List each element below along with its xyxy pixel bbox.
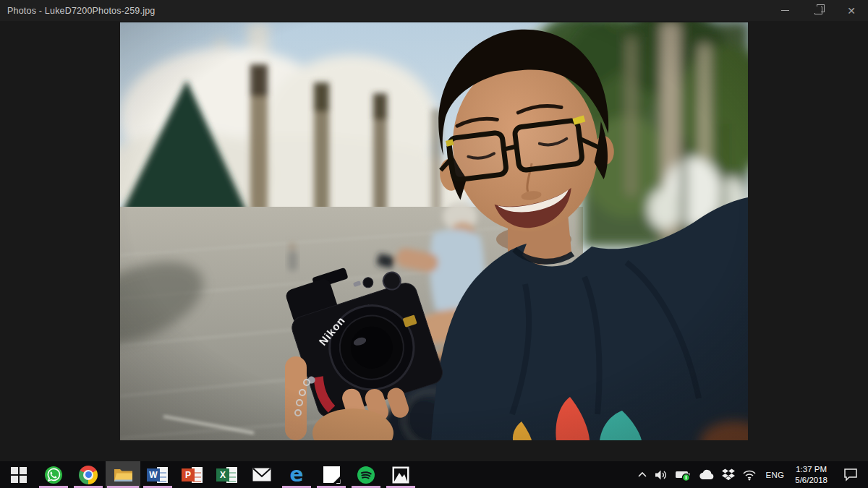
- start-button[interactable]: [1, 461, 36, 488]
- minimize-icon: [781, 10, 789, 11]
- sticky-notes-icon: [323, 466, 340, 483]
- tray-date: 5/6/2018: [795, 475, 827, 485]
- taskbar-button-mail[interactable]: [244, 461, 279, 488]
- taskbar-button-word[interactable]: W: [140, 461, 175, 488]
- taskbar-apps: W P X: [0, 461, 418, 488]
- excel-icon: X: [216, 466, 238, 484]
- taskbar-button-excel[interactable]: X: [210, 461, 244, 488]
- photos-icon: [392, 466, 409, 484]
- wifi-icon: [742, 469, 757, 481]
- close-icon: ✕: [847, 6, 856, 16]
- taskbar-button-sticky-notes[interactable]: [314, 461, 349, 488]
- taskbar-button-file-explorer[interactable]: [106, 461, 140, 488]
- title-bar[interactable]: Photos - LukeD7200Photos-259.jpg ✕: [0, 0, 868, 21]
- window-title: Photos - LukeD7200Photos-259.jpg: [0, 6, 155, 16]
- tray-chevron-button[interactable]: [634, 461, 651, 488]
- desktop-screen: Photos - LukeD7200Photos-259.jpg ✕: [0, 0, 868, 488]
- tray-battery-button[interactable]: [671, 461, 695, 488]
- photo-image: Nikon: [120, 22, 748, 440]
- battery-icon: [675, 468, 692, 482]
- taskbar-button-whatsapp[interactable]: [36, 461, 71, 488]
- dropbox-icon: [722, 468, 735, 481]
- powerpoint-icon: P: [182, 466, 203, 484]
- tray-network-button[interactable]: [739, 461, 760, 488]
- restore-button[interactable]: [801, 0, 835, 21]
- tray-clock-button[interactable]: 1:37 PM 5/6/2018: [789, 461, 833, 488]
- edge-icon: e: [290, 466, 304, 484]
- mail-icon: [252, 468, 271, 481]
- taskbar-button-edge[interactable]: e: [279, 461, 314, 488]
- volume-icon: [655, 469, 668, 481]
- taskbar: W P X: [0, 461, 868, 488]
- close-button[interactable]: ✕: [835, 0, 868, 21]
- action-center-icon: [843, 468, 858, 481]
- chrome-icon: [79, 466, 98, 484]
- photo-viewer-canvas: Nikon: [0, 21, 868, 461]
- whatsapp-icon: [44, 466, 63, 484]
- taskbar-button-powerpoint[interactable]: P: [175, 461, 210, 488]
- restore-icon: [814, 7, 822, 14]
- taskbar-button-spotify[interactable]: [349, 461, 383, 488]
- window-controls: ✕: [768, 0, 868, 21]
- tray-language-button[interactable]: ENG: [760, 461, 789, 488]
- file-explorer-icon: [114, 467, 133, 482]
- tray-onedrive-button[interactable]: [695, 461, 718, 488]
- system-tray: ENG 1:37 PM 5/6/2018: [634, 461, 868, 488]
- minimize-button[interactable]: [768, 0, 801, 21]
- windows-start-icon: [11, 467, 27, 483]
- tray-volume-button[interactable]: [651, 461, 671, 488]
- taskbar-button-photos[interactable]: [383, 461, 418, 488]
- tray-dropbox-button[interactable]: [718, 461, 739, 488]
- taskbar-button-chrome[interactable]: [71, 461, 106, 488]
- tray-time: 1:37 PM: [796, 464, 827, 474]
- chevron-up-icon: [637, 470, 647, 480]
- spotify-icon: [357, 466, 375, 484]
- onedrive-cloud-icon: [699, 469, 715, 481]
- action-center-button[interactable]: [833, 461, 868, 488]
- word-icon: W: [147, 466, 169, 484]
